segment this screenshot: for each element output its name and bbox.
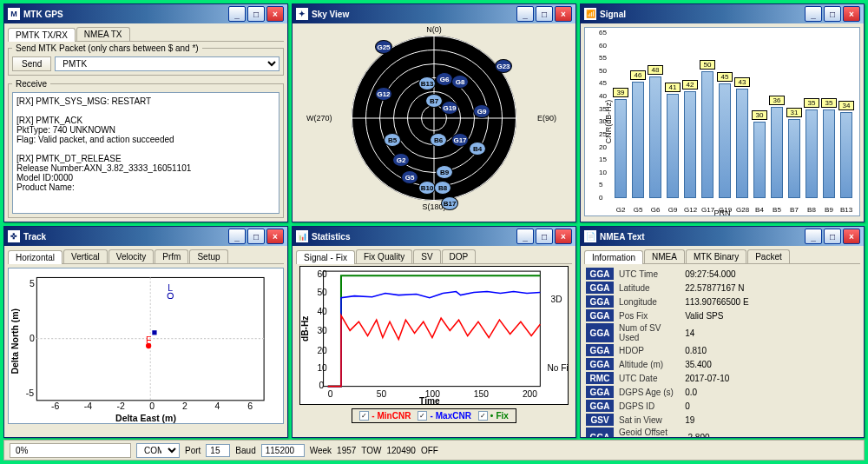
nmea-src: GGA — [586, 323, 614, 342]
close-button[interactable]: × — [266, 6, 284, 22]
minimize-button[interactable]: _ — [516, 229, 534, 244]
ytick-35: 35 — [599, 105, 607, 113]
tab-information[interactable]: Information — [584, 250, 643, 264]
track-xlabel: Delta East (m) — [115, 414, 176, 423]
tow-value: 120490 — [387, 446, 416, 455]
nmea-src: GGA — [586, 295, 614, 308]
nmea-row[interactable]: GGAGeoid Offset (m)-2.800 — [586, 428, 858, 437]
send-legend: Send MTK Packet (only chars between $ an… — [12, 43, 202, 53]
svg-text:40: 40 — [317, 307, 327, 316]
tab-vertical[interactable]: Vertical — [63, 249, 108, 263]
com-select[interactable]: COM — [136, 443, 180, 458]
label-e: E(90) — [537, 114, 556, 123]
tab-mtkbinary[interactable]: MTK Binary — [686, 249, 746, 263]
nmea-key: Geoid Offset (m) — [615, 428, 680, 437]
bar-label-B9: 35 — [821, 98, 837, 108]
receive-log[interactable]: [RX] PMTK_SYS_MSG: RESTART [RX] PMTK_ACK… — [12, 92, 279, 214]
bar-prn-B7: B7 — [788, 206, 800, 214]
close-button[interactable]: × — [843, 229, 860, 244]
close-button[interactable]: × — [555, 6, 572, 22]
track-titlebar[interactable]: ✜ Track _ □ × — [4, 227, 287, 246]
maximize-button[interactable]: □ — [824, 6, 841, 22]
nmea-row[interactable]: GGANum of SV Used14 — [586, 323, 858, 342]
nmea-val: -2.800 — [681, 428, 858, 437]
nmea-row[interactable]: GGALongitude113.90766500 E — [586, 295, 858, 308]
nmea-row[interactable]: GGAAltitude (m)35.400 — [586, 358, 858, 370]
svg-text:50: 50 — [317, 288, 327, 297]
tab-nmea-tx[interactable]: NMEA TX — [76, 27, 130, 41]
nmea-src: GSV — [586, 414, 614, 426]
bar-G5 — [632, 82, 644, 198]
ytick-65: 65 — [599, 29, 607, 36]
svg-text:-4: -4 — [84, 401, 92, 411]
tab-packet[interactable]: Packet — [747, 249, 790, 263]
minimize-button[interactable]: _ — [228, 229, 246, 244]
nmea-row[interactable]: RMCUTC Date2017-07-10 — [586, 372, 858, 384]
tab-horizontal[interactable]: Horizontal — [8, 250, 62, 264]
svg-text:5: 5 — [30, 279, 35, 288]
stats-legend: ✓-MinCNR ✓-MaxCNR ✓•Fix — [352, 408, 516, 423]
minimize-button[interactable]: _ — [805, 6, 822, 22]
nmea-titlebar[interactable]: 📄 NMEA Text _ □ × — [581, 227, 864, 246]
minimize-button[interactable]: _ — [228, 6, 246, 22]
sat-G12: G12 — [375, 87, 392, 101]
nmea-row[interactable]: GGADGPS Age (s)0.0 — [586, 386, 858, 398]
send-button[interactable]: Send — [12, 56, 51, 71]
nmea-key: Sat in View — [615, 414, 680, 426]
off-value: OFF — [421, 446, 438, 455]
app-icon: M — [8, 8, 20, 20]
bar-B7 — [788, 119, 800, 198]
maximize-button[interactable]: □ — [536, 6, 553, 22]
tab-fixquality[interactable]: Fix Quality — [356, 249, 412, 263]
tab-dop[interactable]: DOP — [442, 249, 477, 263]
close-button[interactable]: × — [555, 229, 572, 244]
nmea-row[interactable]: GGADGPS ID0 — [586, 400, 858, 412]
checkbox-maxcnr[interactable]: ✓ — [418, 411, 427, 421]
maximize-button[interactable]: □ — [247, 6, 265, 22]
nmea-key: Pos Fix — [615, 309, 680, 321]
nmea-row[interactable]: GGAUTC Time09:27:54.000 — [586, 268, 858, 280]
maximize-button[interactable]: □ — [247, 229, 265, 244]
mtk-titlebar[interactable]: M MTK GPS _ □ × — [4, 4, 287, 23]
nmea-src: GGA — [586, 386, 614, 398]
ytick-50: 50 — [599, 67, 607, 75]
nmea-row[interactable]: GGAPos FixValid SPS — [586, 309, 858, 321]
sky-titlebar[interactable]: ✦ Sky View _ □ × — [293, 4, 575, 23]
nmea-row[interactable]: GGALatitude22.57877167 N — [586, 282, 858, 294]
signal-titlebar[interactable]: 📶 Signal _ □ × — [581, 4, 864, 23]
nmea-src: RMC — [586, 372, 614, 384]
checkbox-fix[interactable]: ✓ — [478, 411, 488, 421]
bar-prn-G12: G12 — [684, 206, 696, 214]
maximize-button[interactable]: □ — [824, 229, 841, 244]
minimize-button[interactable]: _ — [805, 229, 822, 244]
tab-sv[interactable]: SV — [413, 249, 440, 263]
baud-input[interactable] — [261, 444, 305, 457]
nmea-row[interactable]: GGAHDOP0.810 — [586, 344, 858, 356]
tab-pmtk[interactable]: PMTK TX/RX — [8, 28, 76, 42]
minimize-button[interactable]: _ — [516, 6, 534, 22]
ytick-20: 20 — [599, 143, 607, 151]
svg-text:50: 50 — [377, 389, 387, 399]
week-value: 1957 — [337, 446, 356, 455]
nmea-src: GGA — [586, 309, 614, 321]
track-tabs: Horizontal Vertical Velocity Prfm Setup — [8, 249, 284, 264]
bar-label-G28: 43 — [734, 77, 750, 87]
tab-setup[interactable]: Setup — [189, 249, 227, 263]
tab-prfm[interactable]: Prfm — [155, 249, 188, 263]
tab-nmea[interactable]: NMEA — [644, 249, 685, 263]
sat-G17: G17 — [451, 133, 469, 147]
tow-label: TOW — [361, 446, 381, 455]
close-button[interactable]: × — [266, 229, 284, 244]
pmtk-select[interactable]: PMTK — [55, 56, 279, 71]
nmea-tabs: Information NMEA MTK Binary Packet — [584, 249, 860, 264]
tab-velocity[interactable]: Velocity — [108, 249, 154, 263]
stats-titlebar[interactable]: 📊 Statistics _ □ × — [293, 227, 575, 246]
nmea-row[interactable]: GSVSat in View19 — [586, 414, 858, 426]
sat-B17: B17 — [441, 196, 458, 210]
close-button[interactable]: × — [843, 6, 860, 22]
tab-signalfix[interactable]: Signal - Fix — [296, 250, 355, 264]
maximize-button[interactable]: □ — [536, 229, 553, 244]
receive-group: Receive [RX] PMTK_SYS_MSG: RESTART [RX] … — [8, 79, 284, 218]
port-input[interactable] — [206, 444, 230, 457]
checkbox-mincnr[interactable]: ✓ — [359, 411, 369, 421]
